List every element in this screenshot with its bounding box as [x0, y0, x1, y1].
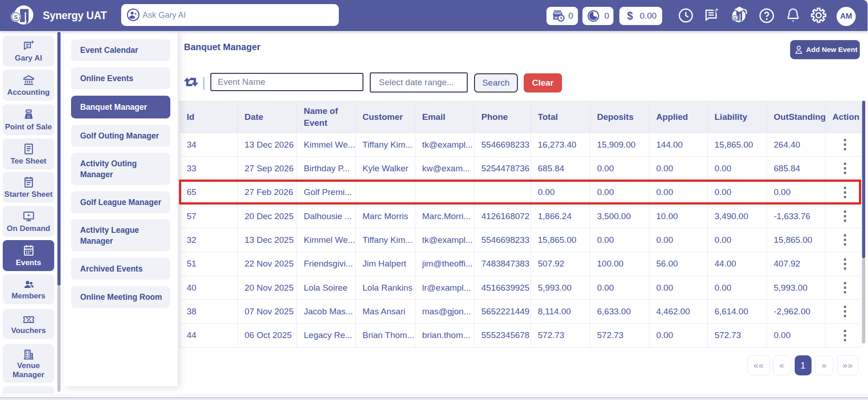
- svg-text:S: S: [14, 14, 18, 21]
- svg-text:S: S: [734, 16, 736, 21]
